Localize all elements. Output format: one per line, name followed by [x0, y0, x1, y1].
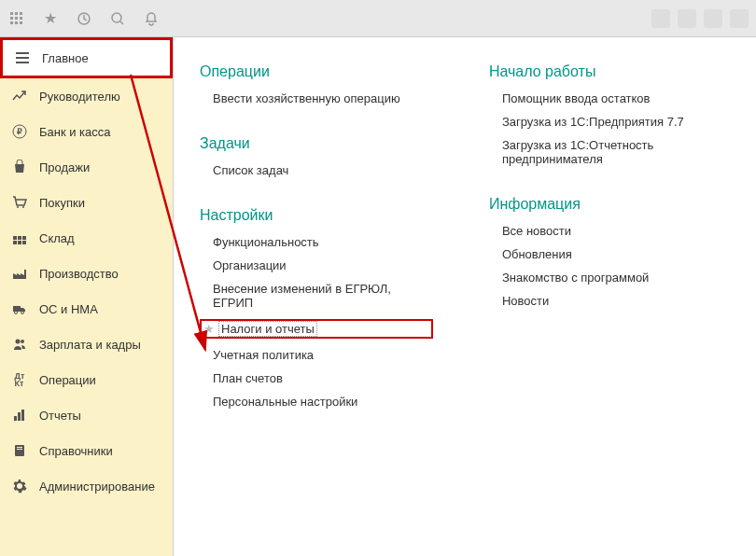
truck-icon — [11, 300, 28, 317]
sidebar-item-admin[interactable]: Администрирование — [0, 468, 173, 504]
topbar: ★ — [0, 0, 756, 37]
sidebar-item-reports[interactable]: Отчеты — [0, 397, 173, 433]
link-updates[interactable]: Обновления — [502, 247, 756, 261]
sidebar-item-warehouse[interactable]: Склад — [0, 220, 173, 256]
link-all-news[interactable]: Все новости — [502, 224, 756, 238]
section-getting-started: Начало работы — [489, 63, 756, 80]
sidebar-item-sales[interactable]: Продажи — [0, 149, 173, 185]
sidebar: Главное Руководителю ₽ Банк и касса Прод… — [0, 37, 174, 556]
window-button[interactable] — [730, 9, 749, 28]
debit-credit-icon: ДтКт — [11, 371, 28, 388]
section-tasks: Задачи — [200, 135, 433, 152]
svg-rect-32 — [15, 445, 24, 456]
star-icon[interactable]: ★ — [41, 9, 60, 28]
bar-chart-icon — [11, 407, 28, 424]
book-icon — [11, 442, 28, 459]
svg-point-16 — [17, 206, 19, 208]
svg-rect-20 — [22, 236, 26, 240]
svg-rect-13 — [16, 62, 29, 63]
svg-rect-12 — [16, 57, 29, 59]
link-task-list[interactable]: Список задач — [213, 163, 433, 177]
sidebar-item-label: Продажи — [39, 160, 90, 174]
svg-rect-33 — [17, 447, 22, 448]
link-functionality[interactable]: Функциональность — [213, 235, 433, 249]
svg-point-26 — [21, 312, 24, 314]
svg-rect-23 — [22, 241, 26, 244]
svg-rect-21 — [13, 241, 17, 244]
gear-icon — [11, 478, 28, 494]
svg-point-27 — [16, 340, 21, 344]
link-intro[interactable]: Знакомство с программой — [502, 271, 756, 285]
link-egrul[interactable]: Внесение изменений в ЕГРЮЛ, ЕГРИП — [213, 282, 433, 310]
sidebar-item-purchases[interactable]: Покупки — [0, 185, 173, 220]
svg-rect-4 — [15, 17, 18, 20]
link-personal-settings[interactable]: Персональные настройки — [213, 395, 433, 409]
svg-rect-8 — [20, 21, 22, 24]
svg-point-28 — [21, 340, 24, 343]
link-accounting-policy[interactable]: Учетная политика — [213, 348, 433, 362]
svg-rect-2 — [20, 12, 22, 15]
svg-rect-1 — [15, 12, 18, 15]
menu-icon — [14, 49, 31, 66]
main-content: Операции Ввести хозяйственную операцию З… — [174, 37, 756, 556]
svg-point-25 — [15, 312, 18, 314]
sidebar-item-label: Операции — [39, 373, 96, 387]
sidebar-item-production[interactable]: Производство — [0, 256, 173, 291]
sidebar-item-label: Производство — [39, 267, 119, 281]
link-balance-helper[interactable]: Помощник ввода остатков — [502, 91, 756, 105]
svg-point-10 — [112, 13, 121, 22]
section-information: Информация — [489, 196, 756, 213]
link-load-1c-reporting[interactable]: Загрузка из 1С:Отчетность предпринимател… — [502, 138, 756, 166]
sidebar-item-label: Администрирование — [39, 480, 155, 493]
svg-rect-11 — [16, 52, 29, 54]
sidebar-item-assets[interactable]: ОС и НМА — [0, 291, 173, 327]
svg-rect-34 — [17, 449, 22, 450]
sidebar-item-directories[interactable]: Справочники — [0, 433, 173, 468]
sidebar-item-label: Склад — [39, 231, 75, 245]
svg-point-17 — [22, 206, 24, 208]
svg-rect-6 — [10, 21, 13, 24]
window-button[interactable] — [704, 9, 722, 28]
link-organizations[interactable]: Организации — [213, 258, 433, 272]
svg-rect-24 — [13, 306, 21, 312]
link-enter-operation[interactable]: Ввести хозяйственную операцию — [213, 91, 433, 105]
bag-icon — [11, 159, 28, 175]
svg-rect-30 — [18, 412, 21, 421]
sidebar-item-label: Руководителю — [39, 90, 120, 104]
link-taxes-reports[interactable]: ★ Налоги и отчеты — [200, 319, 433, 339]
svg-text:₽: ₽ — [17, 127, 22, 136]
bell-icon[interactable] — [142, 9, 161, 28]
sidebar-item-label: Главное — [42, 51, 89, 65]
svg-rect-29 — [14, 416, 17, 421]
history-icon[interactable] — [75, 9, 93, 28]
link-news[interactable]: Новости — [502, 294, 756, 308]
ruble-icon: ₽ — [11, 123, 28, 140]
sidebar-item-salary[interactable]: Зарплата и кадры — [0, 327, 173, 362]
chart-up-icon — [11, 88, 28, 104]
warehouse-icon — [11, 229, 28, 246]
factory-icon — [11, 265, 28, 282]
svg-rect-5 — [20, 17, 22, 20]
search-icon[interactable] — [108, 9, 127, 28]
sidebar-item-label: Зарплата и кадры — [39, 338, 141, 352]
svg-rect-7 — [15, 21, 18, 24]
link-chart-accounts[interactable]: План счетов — [213, 371, 433, 385]
section-operations: Операции — [200, 63, 433, 80]
svg-rect-22 — [18, 241, 21, 244]
sidebar-item-main[interactable]: Главное — [0, 37, 173, 78]
sidebar-item-bank[interactable]: ₽ Банк и касса — [0, 114, 173, 149]
window-button[interactable] — [651, 9, 670, 28]
sidebar-item-label: Справочники — [39, 444, 113, 458]
sidebar-item-label: Банк и касса — [39, 125, 111, 139]
svg-rect-19 — [18, 236, 21, 240]
sidebar-item-label: Отчеты — [39, 409, 81, 423]
svg-rect-0 — [10, 12, 13, 15]
apps-icon[interactable] — [7, 9, 26, 28]
svg-rect-18 — [13, 236, 17, 240]
section-settings: Настройки — [200, 207, 433, 224]
sidebar-item-operations[interactable]: ДтКт Операции — [0, 362, 173, 397]
cart-icon — [11, 194, 28, 211]
link-load-1c77[interactable]: Загрузка из 1С:Предприятия 7.7 — [502, 115, 756, 129]
sidebar-item-manager[interactable]: Руководителю — [0, 78, 173, 114]
window-button[interactable] — [678, 9, 696, 28]
